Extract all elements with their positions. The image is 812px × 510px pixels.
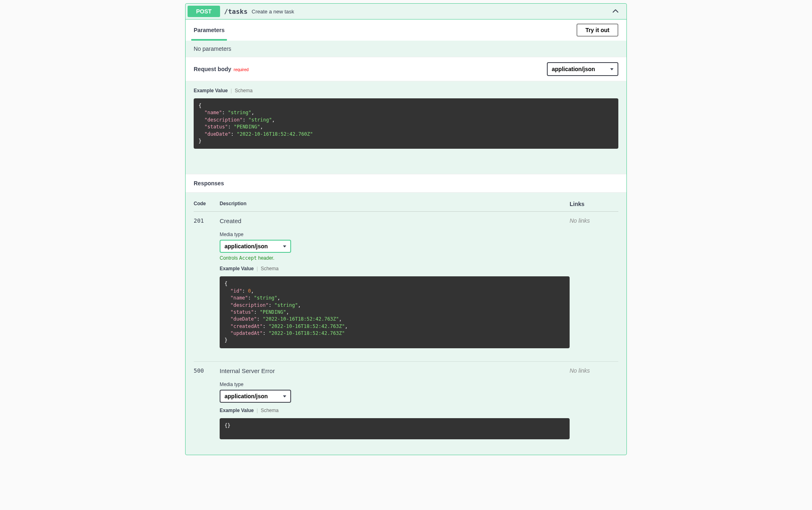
operation-block: POST /tasks Create a new task Parameters…	[185, 3, 627, 455]
responses-table: Code Description Links 201CreatedMedia t…	[186, 193, 626, 455]
response-row: 500Internal Server ErrorMedia typeapplic…	[194, 362, 618, 447]
no-parameters-message: No parameters	[186, 41, 626, 57]
column-links: Links	[570, 201, 618, 207]
response-content-type-select[interactable]: application/json	[220, 240, 291, 253]
request-body-content-type-select[interactable]: application/json	[547, 62, 618, 76]
tab-parameters[interactable]: Parameters	[194, 24, 225, 36]
response-row: 201CreatedMedia typeapplication/jsonCont…	[194, 212, 618, 362]
response-description: Created	[220, 217, 570, 224]
operation-description: Create a new task	[252, 9, 294, 15]
responses-title: Responses	[186, 174, 626, 193]
operation-path: /tasks	[224, 8, 248, 15]
column-description: Description	[220, 201, 570, 207]
required-label: required	[234, 67, 249, 72]
tab-schema[interactable]: Schema	[235, 88, 253, 93]
tab-schema[interactable]: Schema	[261, 266, 279, 271]
column-code: Code	[194, 201, 220, 207]
parameters-header: Parameters Try it out	[186, 20, 626, 41]
response-content-type-select[interactable]: application/json	[220, 390, 291, 403]
media-type-label: Media type	[220, 232, 570, 237]
response-example[interactable]: { "id": 0, "name": "string", "descriptio…	[220, 276, 570, 348]
tab-example-value[interactable]: Example Value	[220, 266, 254, 271]
response-example[interactable]: {}	[220, 418, 570, 439]
tab-example-value[interactable]: Example Value	[194, 88, 228, 93]
response-code: 500	[194, 367, 220, 444]
request-body-header: Request body required application/json	[186, 57, 626, 81]
tab-example-value[interactable]: Example Value	[220, 408, 254, 413]
request-body-example[interactable]: { "name": "string", "description": "stri…	[194, 98, 618, 149]
response-code: 201	[194, 217, 220, 353]
accept-header-note: Controls Accept header.	[220, 255, 570, 261]
request-body-area: Example Value | Schema { "name": "string…	[186, 81, 626, 174]
try-it-out-button[interactable]: Try it out	[577, 24, 618, 37]
response-description-cell: CreatedMedia typeapplication/jsonControl…	[220, 217, 570, 353]
response-description-cell: Internal Server ErrorMedia typeapplicati…	[220, 367, 570, 444]
chevron-up-icon[interactable]	[611, 7, 620, 15]
response-links: No links	[570, 367, 618, 444]
media-type-label: Media type	[220, 382, 570, 387]
response-description: Internal Server Error	[220, 367, 570, 374]
operation-summary[interactable]: POST /tasks Create a new task	[186, 4, 626, 20]
tab-schema[interactable]: Schema	[261, 408, 279, 413]
http-method-badge: POST	[188, 6, 220, 17]
response-links: No links	[570, 217, 618, 353]
request-body-title: Request body	[194, 66, 231, 72]
